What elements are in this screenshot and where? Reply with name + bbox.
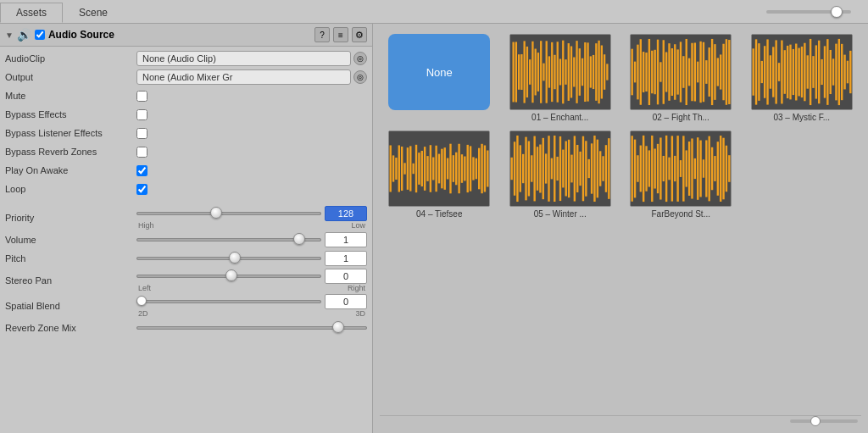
svg-rect-124 xyxy=(430,145,431,192)
audioclip-pick-button[interactable]: ◎ xyxy=(353,52,367,65)
svg-rect-62 xyxy=(700,42,702,103)
spatial-slider[interactable] xyxy=(136,300,321,303)
svg-rect-7 xyxy=(526,47,528,97)
pitch-slider-container xyxy=(136,251,367,266)
svg-rect-84 xyxy=(781,41,782,104)
svg-rect-108 xyxy=(849,51,851,93)
bypass-effects-checkbox[interactable] xyxy=(136,109,147,120)
asset-item-5[interactable]: 05 – Winter ... xyxy=(504,130,617,219)
svg-rect-56 xyxy=(682,56,684,88)
svg-rect-172 xyxy=(585,141,587,196)
svg-rect-14 xyxy=(545,41,547,103)
volume-slider[interactable] xyxy=(136,238,321,241)
help-button[interactable]: ? xyxy=(314,27,330,42)
spatial-blend-value: 2D 3D xyxy=(136,294,367,318)
svg-rect-117 xyxy=(409,146,411,191)
play-on-awake-checkbox[interactable] xyxy=(136,165,147,176)
reverb-slider[interactable] xyxy=(136,326,367,330)
svg-rect-78 xyxy=(764,46,765,98)
reverb-slider-thumb xyxy=(332,321,344,333)
svg-rect-107 xyxy=(846,61,848,84)
stereopan-slider-row xyxy=(136,269,367,284)
assets-panel: None // We'll use inline rectangles for … xyxy=(373,24,868,433)
bypass-effects-row: Bypass Effects xyxy=(5,106,367,123)
svg-rect-174 xyxy=(591,143,593,193)
svg-rect-130 xyxy=(447,158,448,180)
pitch-slider[interactable] xyxy=(136,257,321,260)
spatial-3d-label: 3D xyxy=(355,309,365,318)
asset-item-2[interactable]: 02 – Fight Th... xyxy=(625,34,737,122)
volume-value-input[interactable] xyxy=(325,232,367,247)
component-enabled-checkbox[interactable] xyxy=(35,30,45,40)
tab-assets[interactable]: Assets xyxy=(0,3,63,23)
volume-label: Volume xyxy=(5,235,136,245)
priority-slider[interactable] xyxy=(136,212,321,215)
collapse-arrow-icon[interactable]: ▼ xyxy=(5,31,14,40)
inspector-options-button[interactable]: ≡ xyxy=(333,27,348,42)
asset-thumbnail-3 xyxy=(751,34,853,110)
svg-rect-105 xyxy=(841,44,843,100)
priority-label: Priority xyxy=(5,213,136,223)
svg-rect-72 xyxy=(728,40,730,104)
gear-button[interactable]: ⚙ xyxy=(352,27,367,42)
svg-rect-32 xyxy=(595,43,597,101)
asset-thumbnail-2 xyxy=(630,34,732,110)
svg-rect-12 xyxy=(540,41,542,103)
asset-item-4[interactable]: 04 – Tiefsee xyxy=(383,130,496,219)
svg-rect-6 xyxy=(523,41,525,103)
svg-rect-15 xyxy=(548,56,550,87)
speaker-icon: 🔊 xyxy=(17,28,31,42)
svg-rect-170 xyxy=(579,152,581,186)
output-pick-button[interactable]: ◎ xyxy=(353,70,367,84)
svg-rect-40 xyxy=(637,45,638,100)
stereopan-value-input[interactable] xyxy=(325,269,367,284)
svg-rect-136 xyxy=(464,157,465,181)
svg-rect-18 xyxy=(556,42,558,102)
svg-rect-210 xyxy=(711,147,713,190)
loop-checkbox[interactable] xyxy=(136,184,147,195)
stereopan-slider[interactable] xyxy=(136,275,321,278)
svg-rect-176 xyxy=(596,140,598,198)
svg-rect-118 xyxy=(413,164,415,174)
svg-rect-147 xyxy=(514,142,515,196)
tab-scene[interactable]: Scene xyxy=(63,3,124,23)
mute-value xyxy=(136,91,367,102)
bypass-listener-checkbox[interactable] xyxy=(136,128,147,139)
stereopan-slider-container: Left Right xyxy=(136,269,367,292)
asset-item-6[interactable]: FarBeyond St... xyxy=(625,130,737,219)
assets-bottom-size-slider[interactable] xyxy=(790,419,858,423)
svg-rect-148 xyxy=(516,136,518,202)
pitch-value xyxy=(136,251,367,266)
svg-rect-45 xyxy=(651,51,653,93)
spatial-blend-row: Spatial Blend 2D 3D xyxy=(5,294,367,318)
mute-label: Mute xyxy=(5,91,136,101)
svg-rect-142 xyxy=(481,144,483,193)
asset-item-1[interactable]: // We'll use inline rectangles for wavef… xyxy=(504,34,617,122)
output-dropdown[interactable]: None (Audio Mixer Gr xyxy=(136,69,351,85)
asset-none-item[interactable]: None xyxy=(383,34,496,122)
mute-checkbox[interactable] xyxy=(136,91,147,102)
reverb-slider-row xyxy=(136,326,367,330)
play-on-awake-label: Play On Awake xyxy=(5,165,136,175)
spatial-value-input[interactable] xyxy=(325,294,367,309)
svg-rect-98 xyxy=(821,59,822,85)
priority-value-input[interactable] xyxy=(325,206,367,221)
pitch-value-input[interactable] xyxy=(325,251,367,266)
svg-rect-140 xyxy=(476,158,477,180)
svg-rect-213 xyxy=(720,136,721,202)
svg-rect-110 xyxy=(390,145,392,192)
audioclip-dropdown[interactable]: None (Audio Clip) xyxy=(136,51,351,66)
svg-rect-3 xyxy=(515,42,516,102)
svg-rect-17 xyxy=(554,55,555,89)
svg-rect-101 xyxy=(829,50,831,94)
asset-thumbnail-5 xyxy=(509,130,611,207)
asset-item-3[interactable]: 03 – Mystic F... xyxy=(746,34,859,122)
svg-rect-66 xyxy=(711,39,713,105)
top-zoom-slider[interactable] xyxy=(766,10,851,14)
svg-rect-137 xyxy=(467,145,469,192)
spatial-slider-thumb xyxy=(136,296,147,306)
svg-rect-77 xyxy=(760,61,762,83)
bypass-reverb-checkbox[interactable] xyxy=(136,147,147,158)
bypass-listener-label: Bypass Listener Effects xyxy=(5,128,136,138)
svg-rect-54 xyxy=(677,49,679,94)
